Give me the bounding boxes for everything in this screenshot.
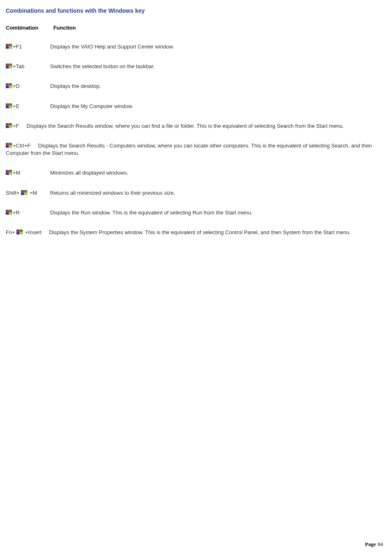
table-row: +DDisplays the desktop. (6, 83, 386, 90)
function-cell: Displays the System Properties window. T… (49, 229, 351, 235)
table-row: +Ctrl+F Displays the Search Results - Co… (6, 142, 386, 157)
function-cell: Returns all minimized windows to their p… (50, 190, 175, 196)
combo-prefix: Shift+ (6, 190, 21, 196)
table-header: Combination Function (6, 25, 386, 31)
combo-suffix: +D (13, 83, 20, 89)
combination-cell: +D (6, 83, 50, 90)
combination-cell: +F (6, 123, 19, 129)
combination-cell: +R (6, 209, 50, 216)
windows-key-icon (6, 44, 12, 49)
combination-cell: +F1 (6, 43, 50, 51)
page-title: Combinations and functions with the Wind… (6, 7, 386, 14)
header-combination: Combination (6, 25, 52, 31)
windows-key-icon (21, 190, 28, 196)
combo-suffix: +Insert (23, 229, 42, 235)
combo-suffix: +M (28, 190, 37, 196)
windows-key-icon (6, 170, 12, 175)
windows-key-icon (6, 103, 12, 109)
windows-key-icon (6, 63, 12, 69)
table-row: Shift+ +MReturns all minimized windows t… (6, 189, 386, 197)
function-cell: Displays the VAIO Help and Support Cente… (50, 44, 174, 50)
function-cell: Minimizes all displayed windows. (50, 170, 128, 176)
combination-cell: +E (6, 103, 50, 110)
combination-cell: +Tab (6, 63, 50, 70)
function-cell: Displays the desktop. (50, 83, 101, 89)
combo-suffix: +F1 (13, 44, 22, 50)
table-row: +RDisplays the Run window. This is the e… (6, 209, 386, 216)
table-row: +F1Displays the VAIO Help and Support Ce… (6, 43, 386, 51)
table-row: +MMinimizes all displayed windows. (6, 169, 386, 177)
windows-key-icon (6, 143, 12, 148)
combination-cell: Fn+ +Insert (6, 229, 42, 235)
page-num-value: 84 (378, 541, 383, 547)
function-cell: Displays the Run window. This is the equ… (50, 210, 253, 216)
combination-cell: +M (6, 169, 50, 177)
table-row: +TabSwitches the selected button on the … (6, 63, 386, 70)
function-cell: Switches the selected button on the task… (50, 63, 154, 69)
function-cell: Displays the My Computer window. (50, 103, 133, 109)
page-label: Page (365, 541, 376, 547)
combo-prefix: Fn+ (6, 229, 16, 235)
function-cell: Displays the Search Results window, wher… (27, 123, 344, 129)
windows-key-icon (6, 210, 12, 215)
windows-key-icon (16, 229, 23, 235)
combo-suffix: +R (13, 210, 20, 216)
combination-cell: +Ctrl+F (6, 143, 30, 149)
table-row: +F Displays the Search Results window, w… (6, 122, 386, 130)
combo-suffix: +Tab (13, 63, 25, 69)
table-row: +EDisplays the My Computer window. (6, 103, 386, 110)
combo-suffix: +E (13, 103, 19, 109)
page-number: Page84 (365, 541, 383, 548)
combo-suffix: +M (13, 170, 20, 176)
combo-suffix: +Ctrl+F (13, 143, 30, 149)
header-function: Function (53, 25, 76, 31)
windows-key-icon (6, 83, 12, 89)
windows-key-icon (6, 123, 12, 129)
combination-cell: Shift+ +M (6, 189, 50, 197)
combo-suffix: +F (13, 123, 19, 129)
function-cell: Displays the Search Results - Computers … (6, 143, 372, 156)
table-row: Fn+ +Insert Displays the System Properti… (6, 229, 386, 236)
